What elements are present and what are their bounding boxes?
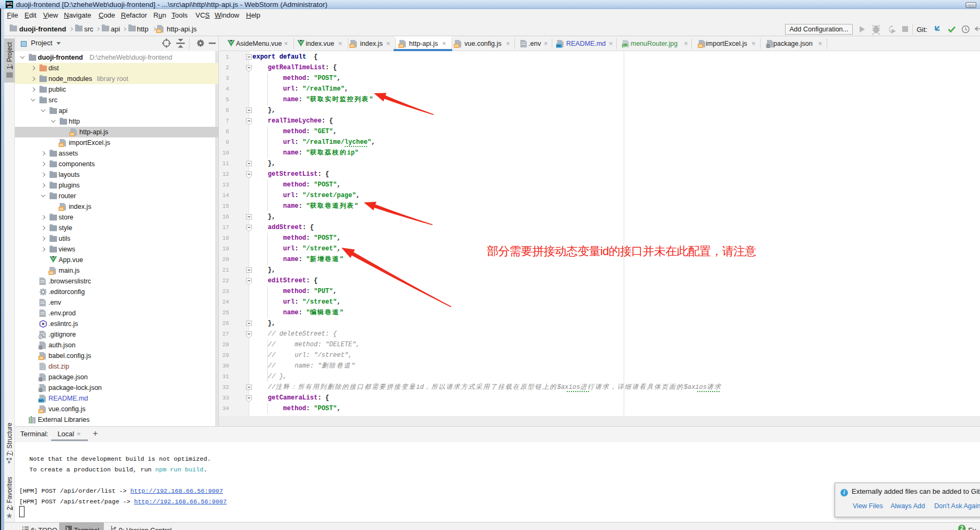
svg-text:Git:: Git:: [917, 26, 927, 34]
